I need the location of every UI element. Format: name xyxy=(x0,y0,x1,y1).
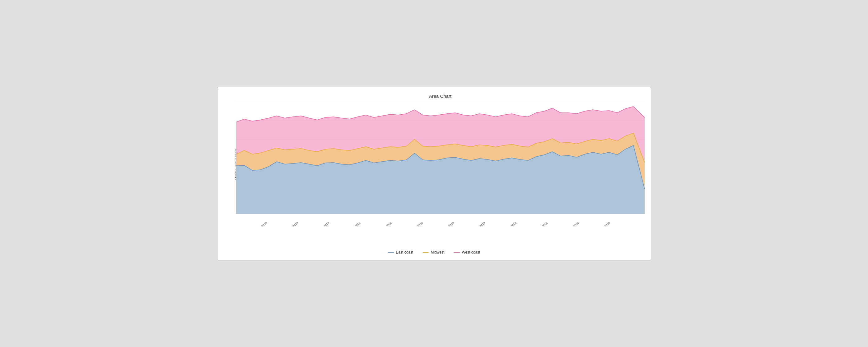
east-coast-legend-color xyxy=(388,252,394,253)
svg-text:October - 2019: October - 2019 xyxy=(531,221,548,227)
legend-item-east-coast: East coast xyxy=(388,250,413,255)
svg-text:July - 2019: July - 2019 xyxy=(441,221,455,227)
svg-text:December - 2019: December - 2019 xyxy=(591,221,611,227)
svg-text:March - 2019: March - 2019 xyxy=(314,221,330,227)
legend-item-west-coast: West coast xyxy=(454,250,480,255)
west-coast-legend-color xyxy=(454,252,460,253)
midwest-legend-color xyxy=(423,252,429,253)
east-coast-legend-label: East coast xyxy=(396,250,413,255)
chart-legend: East coast Midwest West coast xyxy=(388,250,480,255)
svg-text:August - 2019: August - 2019 xyxy=(469,221,486,227)
chart-area: Monthly active users 0 50 100 150 200 xyxy=(236,102,645,227)
midwest-legend-label: Midwest xyxy=(431,250,444,255)
svg-text:June - 2019: June - 2019 xyxy=(409,221,424,227)
west-coast-legend-label: West coast xyxy=(462,250,480,255)
svg-text:January - 2019: January - 2019 xyxy=(250,221,268,227)
svg-text:May - 2019: May - 2019 xyxy=(379,221,392,227)
chart-title: Area Chart xyxy=(236,93,645,99)
svg-text:February - 2019: February - 2019 xyxy=(280,221,299,227)
svg-text:November - 2019: November - 2019 xyxy=(560,221,579,227)
chart-container: Area Chart Monthly active users 0 50 100 xyxy=(217,87,651,260)
svg-text:September - 2019: September - 2019 xyxy=(497,221,517,227)
legend-item-midwest: Midwest xyxy=(423,250,444,255)
svg-text:April - 2019: April - 2019 xyxy=(347,221,361,227)
svg-text:December - 2018: December - 2018 xyxy=(236,221,237,227)
